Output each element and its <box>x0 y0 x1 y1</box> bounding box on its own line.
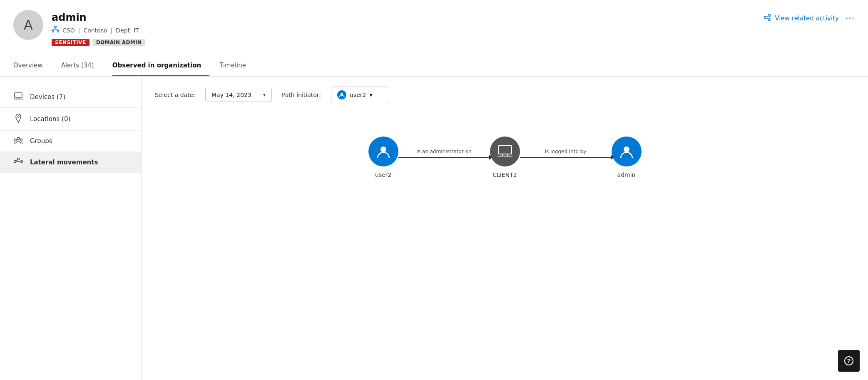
badge-sensitive: SENSITIVE <box>52 39 90 46</box>
sidebar-item-lateral-movements[interactable]: Lateral movements <box>0 152 141 173</box>
sidebar-item-locations[interactable]: Locations (0) <box>0 108 141 131</box>
edge1-line <box>398 157 490 158</box>
user-name: admin <box>52 12 145 23</box>
date-value: May 14, 2023 <box>211 92 251 98</box>
client2-label: CLIENT2 <box>492 171 517 178</box>
svg-point-23 <box>21 161 23 163</box>
svg-point-27 <box>341 93 343 95</box>
svg-rect-29 <box>498 146 512 154</box>
edge1-label: is an administrator on <box>416 149 471 154</box>
main-content: Devices (7) Locations (0) <box>0 77 868 380</box>
graph-node-client2[interactable]: CLIENT2 <box>490 137 520 178</box>
tab-timeline[interactable]: Timeline <box>219 55 254 76</box>
client2-circle <box>490 137 520 166</box>
svg-line-11 <box>766 18 769 19</box>
user2-circle <box>368 137 398 166</box>
meta-sep1: | <box>78 27 80 34</box>
view-related-activity-button[interactable]: View related activity <box>763 13 838 23</box>
avatar: A <box>13 10 43 40</box>
svg-point-33 <box>624 147 629 152</box>
svg-point-19 <box>15 139 17 141</box>
badge-domain-admin: DOMAIN ADMIN <box>93 39 145 46</box>
location-icon <box>13 114 23 124</box>
edge2-arrow <box>611 155 614 160</box>
sidebar-devices-label: Devices (7) <box>30 93 65 101</box>
admin-label: admin <box>617 171 636 178</box>
svg-point-20 <box>20 139 22 141</box>
edge1-arrow <box>489 155 492 160</box>
groups-icon <box>13 137 23 146</box>
svg-rect-12 <box>15 93 22 98</box>
sidebar-lateral-movements-label: Lateral movements <box>30 159 98 166</box>
date-chevron-icon: ▾ <box>263 92 266 98</box>
svg-point-21 <box>14 161 16 163</box>
org-icon <box>52 26 59 35</box>
user-profile-section: A admin CSO | Contoso <box>13 10 145 46</box>
laptop-icon <box>13 92 23 102</box>
graph-container: user2 is an administrator on <box>368 137 642 178</box>
graph-edge-1: is an administrator on <box>398 157 490 158</box>
more-options-button[interactable]: ··· <box>846 13 855 23</box>
meta-dept: Dept: IT <box>116 27 139 34</box>
edge2-line <box>520 157 612 158</box>
tab-observed-in-organization[interactable]: Observed in organization <box>112 55 209 76</box>
path-user-avatar <box>337 90 346 99</box>
badges: SENSITIVE DOMAIN ADMIN <box>52 39 145 46</box>
meta-sep2: | <box>111 27 113 34</box>
svg-point-28 <box>381 147 386 152</box>
tabs-bar: Overview Alerts (34) Observed in organiz… <box>0 55 868 77</box>
header-actions: View related activity ··· <box>763 10 855 23</box>
user-meta: CSO | Contoso | Dept: IT <box>52 26 145 35</box>
user2-label: user2 <box>375 171 391 178</box>
svg-rect-2 <box>57 30 59 32</box>
edge2-label: is logged into by <box>545 149 587 154</box>
svg-line-10 <box>766 16 769 17</box>
sidebar-item-groups[interactable]: Groups <box>0 131 141 152</box>
tab-overview[interactable]: Overview <box>13 55 51 76</box>
graph-node-user2[interactable]: user2 <box>368 137 398 178</box>
graph-edge-2: is logged into by <box>520 157 612 158</box>
lateral-movements-icon <box>13 158 23 167</box>
path-initiator-select[interactable]: user2 ▾ <box>331 87 389 103</box>
meta-company: Contoso <box>83 27 107 34</box>
svg-point-17 <box>17 116 19 117</box>
related-activity-icon <box>763 13 771 23</box>
date-select[interactable]: May 14, 2023 ▾ <box>205 88 272 102</box>
sidebar: Devices (7) Locations (0) <box>0 77 142 380</box>
graph-node-admin[interactable]: admin <box>612 137 642 178</box>
tab-alerts[interactable]: Alerts (34) <box>61 55 102 76</box>
filters-row: Select a date: May 14, 2023 ▾ Path initi… <box>155 87 855 103</box>
svg-point-7 <box>764 17 766 19</box>
page-header: A admin CSO | Contoso <box>0 0 868 53</box>
admin-circle <box>612 137 642 166</box>
svg-point-9 <box>769 19 771 21</box>
sidebar-item-devices[interactable]: Devices (7) <box>0 87 141 108</box>
meta-org: CSO <box>62 27 75 34</box>
svg-point-22 <box>17 158 20 160</box>
svg-point-18 <box>17 137 20 140</box>
svg-text:?: ? <box>847 358 851 364</box>
sidebar-groups-label: Groups <box>30 137 52 145</box>
help-button[interactable]: ? <box>838 350 860 372</box>
sidebar-locations-label: Locations (0) <box>30 115 70 123</box>
svg-line-25 <box>16 160 17 161</box>
view-related-label: View related activity <box>775 15 838 22</box>
content-area: Select a date: May 14, 2023 ▾ Path initi… <box>142 77 868 380</box>
path-user-value: user2 <box>350 92 366 98</box>
svg-point-8 <box>769 15 771 17</box>
path-chevron-icon: ▾ <box>370 92 373 98</box>
svg-rect-0 <box>55 26 56 28</box>
svg-rect-1 <box>52 30 54 32</box>
path-initiator-label: Path initiator: <box>282 92 321 98</box>
lateral-movement-graph: user2 is an administrator on <box>155 137 855 178</box>
user-info: admin CSO | Contoso | <box>52 10 145 46</box>
date-filter-label: Select a date: <box>155 92 195 98</box>
